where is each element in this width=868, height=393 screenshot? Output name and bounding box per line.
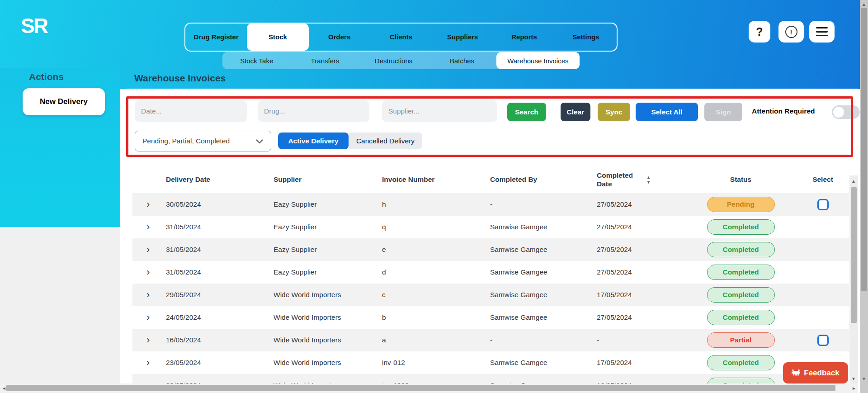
col-supplier: Supplier (270, 175, 379, 184)
search-button[interactable]: Search (507, 103, 546, 121)
supplier-filter-input[interactable] (382, 100, 497, 122)
subnav-tab-destructions[interactable]: Destructions (359, 52, 428, 69)
scroll-left-icon[interactable]: ◄ (2, 386, 6, 391)
horizontal-scrollbar[interactable]: ◄ ► (0, 384, 858, 393)
cell-delivery-date: 31/05/2024 (163, 246, 270, 254)
nav-tab-orders[interactable]: Orders (309, 24, 370, 51)
expand-row-icon[interactable]: › (136, 245, 150, 255)
subnav-tab-batches[interactable]: Batches (428, 52, 496, 69)
row-checkbox[interactable] (817, 335, 829, 346)
window-vertical-scrollbar[interactable]: ▲ ▼ (860, 0, 868, 393)
cell-invoice-number: h (379, 200, 487, 208)
table-row[interactable]: › 29/05/2024 Wide World Importers c Samw… (132, 284, 849, 306)
table-row[interactable]: › 30/05/2024 Eazy Supplier h - 27/05/202… (132, 193, 849, 216)
table-row[interactable]: › 23/05/2024 Wide World Importers inv-13… (132, 374, 849, 384)
drug-filter-input[interactable] (258, 100, 369, 122)
cell-invoice-number: q (379, 223, 487, 231)
cell-supplier: Eazy Supplier (270, 223, 379, 231)
active-delivery-tab[interactable]: Active Delivery (278, 133, 349, 149)
cell-supplier: Wide World Importers (270, 291, 379, 299)
scroll-down-icon[interactable]: ▼ (862, 377, 866, 381)
col-completed-by: Completed By (487, 175, 594, 184)
cell-completed-by: Samwise Gamgee (487, 223, 594, 231)
cell-supplier: Wide World Importers (270, 359, 379, 367)
cell-completed-by: Samwise Gamgee (487, 313, 594, 322)
scroll-up-icon[interactable]: ▲ (862, 2, 866, 7)
col-select: Select (801, 175, 849, 184)
table-row[interactable]: › 31/05/2024 Eazy Supplier d Samwise Gam… (132, 261, 849, 284)
cell-invoice-number: d (379, 268, 487, 276)
status-badge: Completed (707, 287, 775, 303)
table-scroll-thumb[interactable] (851, 187, 857, 323)
table-vertical-scrollbar[interactable]: ▲ ▼ (849, 175, 858, 384)
feedback-button[interactable]: Feedback (783, 362, 848, 384)
warehouse-invoices-page: SR Drug Register Stock Orders Clients Su… (0, 0, 868, 393)
cell-delivery-date: 31/05/2024 (163, 223, 270, 231)
cell-supplier: Wide World Importers (270, 313, 379, 322)
expand-row-icon[interactable]: › (136, 290, 150, 300)
expand-row-icon[interactable]: › (136, 313, 150, 322)
cell-supplier: Eazy Supplier (270, 246, 379, 254)
table-row[interactable]: › 31/05/2024 Eazy Supplier e Samwise Gam… (132, 238, 849, 261)
row-checkbox[interactable] (817, 199, 829, 210)
status-badge: Completed (707, 265, 775, 280)
select-all-button[interactable]: Select All (636, 103, 698, 121)
cell-completed-date: 27/05/2024 (594, 200, 698, 208)
col-completed-date: Completed Date ▲▼ (594, 171, 698, 189)
sort-icon[interactable]: ▲▼ (646, 175, 651, 185)
sync-button[interactable]: Sync (598, 103, 630, 121)
table-scroll-down-icon[interactable]: ▼ (851, 377, 856, 381)
cell-completed-by: Samwise Gamgee (487, 268, 594, 276)
cell-invoice-number: a (379, 336, 487, 344)
new-delivery-button[interactable]: New Delivery (23, 88, 105, 115)
sign-button[interactable]: Sign (704, 103, 742, 121)
main-nav: Drug Register Stock Orders Clients Suppl… (184, 23, 618, 52)
cancelled-delivery-tab[interactable]: Cancelled Delivery (349, 133, 422, 149)
expand-row-icon[interactable]: › (136, 222, 150, 232)
expand-row-icon[interactable]: › (136, 358, 150, 368)
table-body: › 30/05/2024 Eazy Supplier h - 27/05/202… (132, 193, 849, 384)
vertical-scroll-thumb[interactable] (861, 8, 867, 291)
nav-tab-settings[interactable]: Settings (555, 24, 617, 51)
menu-button[interactable] (809, 21, 835, 43)
horizontal-scroll-thumb[interactable] (6, 385, 835, 391)
nav-tab-reports[interactable]: Reports (493, 24, 555, 51)
cell-supplier: Eazy Supplier (270, 268, 379, 276)
expand-row-icon[interactable]: › (136, 199, 150, 209)
alerts-button[interactable]: ! (778, 21, 804, 43)
clear-button[interactable]: Clear (561, 103, 590, 121)
expand-row-icon[interactable]: › (136, 380, 150, 384)
col-delivery-date: Delivery Date (163, 175, 270, 184)
help-button[interactable]: ? (749, 21, 770, 43)
table-row[interactable]: › 31/05/2024 Eazy Supplier q Samwise Gam… (132, 216, 849, 238)
table-scroll-up-icon[interactable]: ▲ (851, 179, 856, 184)
expand-row-icon[interactable]: › (136, 267, 150, 277)
app-logo[interactable]: SR (21, 14, 47, 38)
nav-tab-drug-register[interactable]: Drug Register (185, 24, 247, 51)
nav-tab-suppliers[interactable]: Suppliers (432, 24, 493, 51)
cell-completed-date: 27/05/2024 (594, 268, 698, 276)
attention-required-toggle[interactable] (832, 105, 860, 119)
cell-completed-by: Samwise Gamgee (487, 359, 594, 367)
table-row[interactable]: › 23/05/2024 Wide World Importers inv-01… (132, 351, 849, 374)
subnav-tab-warehouse-invoices[interactable]: Warehouse Invoices (496, 52, 580, 69)
status-badge: Completed (707, 355, 775, 370)
date-filter-input[interactable] (135, 100, 247, 122)
col-status: Status (698, 175, 801, 184)
expand-row-icon[interactable]: › (136, 335, 150, 345)
attention-required-label: Attention Required (752, 107, 815, 115)
status-badge: Completed (707, 378, 775, 384)
nav-tab-clients[interactable]: Clients (370, 24, 432, 51)
status-filter-select[interactable]: Pending, Partial, Completed (135, 131, 271, 152)
subnav-tab-transfers[interactable]: Transfers (291, 52, 359, 69)
exclamation-circle-icon: ! (785, 26, 797, 38)
cell-completed-by: - (487, 336, 594, 344)
nav-tab-stock[interactable]: Stock (247, 24, 308, 51)
table-row[interactable]: › 24/05/2024 Wide World Importers b Samw… (132, 306, 849, 329)
scroll-right-icon[interactable]: ► (852, 386, 856, 391)
table-row[interactable]: › 16/05/2024 Wide World Importers a - - … (132, 329, 849, 351)
cell-completed-date: 17/05/2024 (594, 359, 698, 367)
subnav-tab-stock-take[interactable]: Stock Take (222, 52, 291, 69)
status-filter-value: Pending, Partial, Completed (142, 137, 230, 145)
stock-subnav: Stock Take Transfers Destructions Batche… (222, 52, 580, 69)
